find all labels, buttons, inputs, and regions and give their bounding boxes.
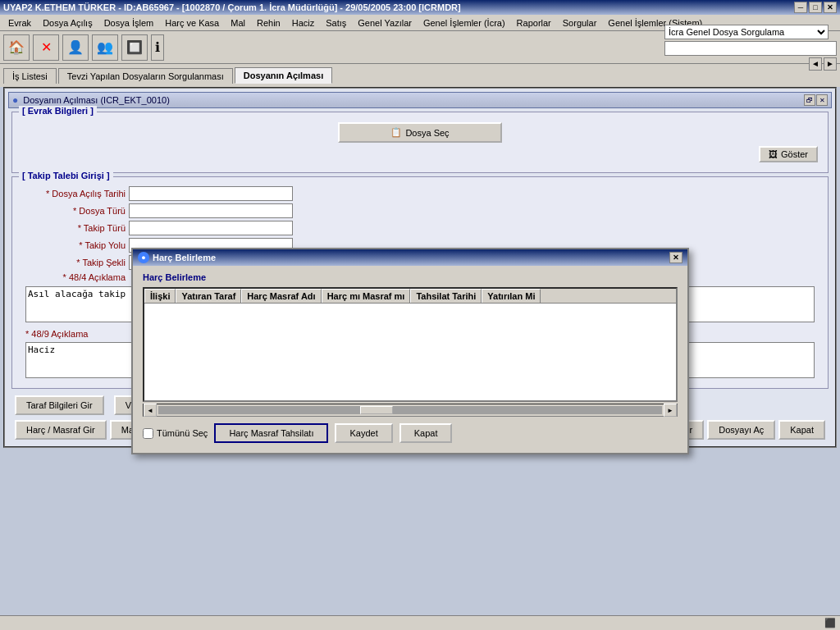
nav-prev-btn[interactable]: ◄ (809, 57, 822, 71)
dosyanin-panel-title: ● Dosyanın Açılması (ICR_EKT_0010) (12, 94, 170, 106)
48-4-label: * 48/4 Açıklama (19, 272, 126, 282)
toolbar-people-btn[interactable]: 👥 (92, 34, 118, 61)
dosya-acilis-input[interactable] (129, 186, 293, 201)
takip-turu-label: * Takip Türü (19, 223, 126, 233)
evrak-section-title: [ Evrak Bilgileri ] (19, 106, 97, 116)
takip-section-title: [ Takip Talebi Girişi ] (19, 171, 113, 180)
tumunu-sec-label: Tümünü Seç (157, 428, 208, 438)
dosya-sorgulama-select[interactable]: İcra Genel Dosya Sorgulama (664, 25, 829, 39)
kapat-modal-btn[interactable]: Kapat (399, 423, 453, 443)
menu-dosya-acilis[interactable]: Dosya Açılış (38, 16, 98, 30)
modal-close-btn[interactable]: ✕ (669, 252, 682, 263)
col-yatirilan-mi: Yatırılan Mi (482, 289, 541, 303)
kaydet-btn[interactable]: Kaydet (335, 423, 392, 443)
modal-body: Harç Belirleme İlişki Yatıran Taraf Harç… (133, 266, 687, 453)
title-bar-text: UYAP2 K.ETHEM TÜRKER - ID:AB65967 - [100… (3, 2, 461, 12)
harc-masraf-tahsilati-btn[interactable]: Harç Masraf Tahsilatı (214, 423, 328, 443)
dosyayi-ac-btn[interactable]: Dosyayı Aç (707, 420, 775, 440)
modal-title-bar: ● Harç Belirleme ✕ (133, 249, 687, 266)
modal-section-title: Harç Belirleme (143, 272, 678, 282)
panel-header-btns: 🗗 ✕ (804, 94, 828, 106)
grid-body (144, 304, 676, 386)
toolbar-nav: ◄ ► (664, 57, 837, 71)
close-btn[interactable]: ✕ (824, 2, 837, 13)
show-icon: 🖼 (769, 149, 778, 159)
panel-restore-btn[interactable]: 🗗 (804, 94, 815, 106)
scroll-right-btn[interactable]: ► (664, 404, 677, 417)
dosya-acilis-label: * Dosya Açılış Tarihi (19, 189, 126, 199)
modal-buttons: Tümünü Seç Harç Masraf Tahsilatı Kaydet … (143, 417, 678, 446)
modal-title-icon: ● (138, 252, 149, 263)
takip-yolu-label: * Takip Yolu (19, 240, 126, 250)
toolbar-right: İcra Genel Dosya Sorgulama ◄ ► (664, 25, 837, 71)
nav-next-btn[interactable]: ► (824, 57, 837, 71)
toolbar-calc-btn[interactable]: 🔲 (121, 34, 148, 61)
tab-tevzi[interactable]: Tevzi Yapılan Dosyaların Sorgulanması (58, 68, 233, 84)
goster-btn[interactable]: 🖼 Göster (759, 146, 818, 162)
field-row-takip-turu: * Takip Türü (19, 221, 821, 235)
toolbar-person-btn[interactable]: 👤 (62, 34, 89, 61)
field-row-dosya-acilis: * Dosya Açılış Tarihi (19, 186, 821, 201)
grid-header: İlişki Yatıran Taraf Harç Masraf Adı Har… (144, 289, 676, 304)
tab-dosyanin-acilmasi[interactable]: Dosyanın Açılması (235, 67, 332, 84)
dosyanin-panel-header: ● Dosyanın Açılması (ICR_EKT_0010) 🗗 ✕ (8, 92, 832, 108)
dosya-sec-btn[interactable]: 📋 Dosya Seç (338, 122, 502, 143)
scroll-track (158, 406, 662, 414)
menu-evrak[interactable]: Evrak (3, 16, 36, 30)
scroll-thumb[interactable] (360, 406, 393, 414)
takip-sekli-label: * Takip Şekli (19, 258, 126, 267)
col-yatiran-taraf: Yatıran Taraf (176, 289, 241, 303)
grid-container: İlişki Yatıran Taraf Harç Masraf Adı Har… (143, 287, 678, 402)
field-row-dosya-turu: * Dosya Türü (19, 203, 821, 218)
taraf-bilgileri-btn[interactable]: Taraf Bilgileri Gir (15, 395, 104, 415)
h-scrollbar[interactable]: ◄ ► (143, 404, 678, 417)
col-iliski: İlişki (144, 289, 176, 303)
maximize-btn[interactable]: □ (809, 2, 822, 13)
modal-harc-belirleme: ● Harç Belirleme ✕ Harç Belirleme İlişki… (131, 248, 689, 454)
tumunu-sec-checkbox[interactable] (143, 428, 153, 439)
tumunu-sec-container: Tümünü Seç (143, 428, 208, 439)
title-bar-controls: ─ □ ✕ (794, 2, 837, 13)
status-bar: ⬛ (0, 615, 840, 630)
menu-rehin[interactable]: Rehin (252, 16, 285, 30)
toolbar: 🏠 ✕ 👤 👥 🔲 ℹ İcra Genel Dosya Sorgulama ◄… (0, 31, 840, 64)
harc-masraf-gir-btn[interactable]: Harç / Masraf Gir (15, 420, 107, 440)
toolbar-home-btn[interactable]: 🏠 (3, 34, 30, 61)
menu-raporlar[interactable]: Raporlar (512, 16, 556, 30)
dosya-turu-label: * Dosya Türü (19, 206, 126, 216)
dosya-turu-input[interactable] (129, 203, 293, 218)
kapat-main-btn[interactable]: Kapat (778, 420, 825, 440)
panel-close-btn[interactable]: ✕ (816, 94, 828, 106)
col-tahsilat-tarihi: Tahsilat Tarihi (410, 289, 482, 303)
status-icon: ⬛ (824, 618, 837, 629)
toolbar-info-btn[interactable]: ℹ (151, 34, 164, 61)
sub-content: ● Dosyanın Açılması (ICR_EKT_0010) 🗗 ✕ [… (0, 84, 840, 627)
col-harc-masraf-adi: Harç Masraf Adı (241, 289, 321, 303)
folder-icon: 📋 (390, 127, 402, 138)
menu-mal[interactable]: Mal (226, 16, 250, 30)
toolbar-stop-btn[interactable]: ✕ (33, 34, 59, 61)
modal-title-text: Harç Belirleme (153, 253, 216, 262)
minimize-btn[interactable]: ─ (794, 2, 807, 13)
menu-satis[interactable]: Satış (321, 16, 351, 30)
menu-sorgular[interactable]: Sorgular (558, 16, 602, 30)
menu-genel-yazilar[interactable]: Genel Yazılar (353, 16, 417, 30)
menu-harc-kasa[interactable]: Harç ve Kasa (160, 16, 224, 30)
toolbar-dropdown: İcra Genel Dosya Sorgulama (664, 25, 837, 39)
tab-is-listesi[interactable]: İş Listesi (3, 68, 57, 84)
menu-genel-islemler-icra[interactable]: Genel İşlemler (İcra) (418, 16, 510, 30)
col-harc-mi: Harç mı Masraf mı (322, 289, 411, 303)
scroll-left-btn[interactable]: ◄ (144, 404, 157, 417)
takip-turu-input[interactable] (129, 221, 293, 235)
menu-haciz[interactable]: Haciz (287, 16, 320, 30)
menu-dosya-islem[interactable]: Dosya İşlem (99, 16, 159, 30)
title-bar: UYAP2 K.ETHEM TÜRKER - ID:AB65967 - [100… (0, 0, 840, 15)
